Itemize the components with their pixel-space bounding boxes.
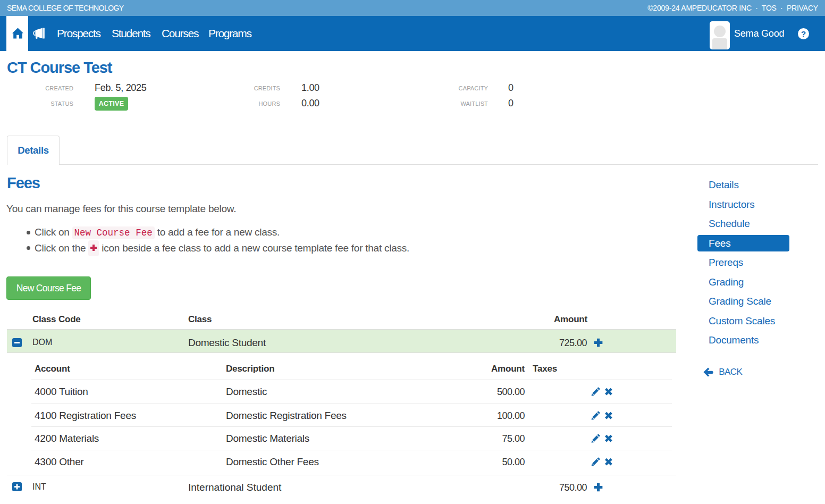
svg-text:?: ? bbox=[801, 29, 806, 38]
